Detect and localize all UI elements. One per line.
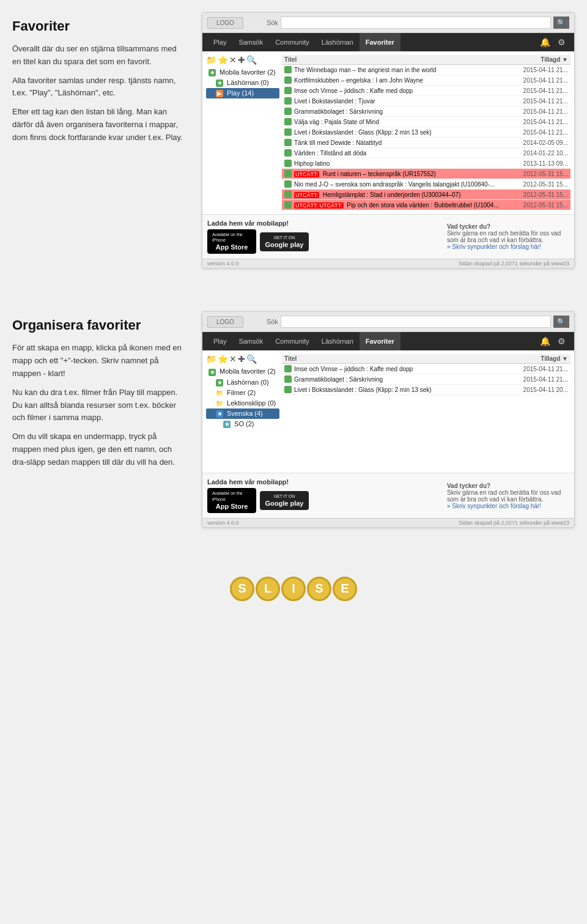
- org-para-1: För att skapa en mapp, klicka på ikonen …: [12, 342, 183, 380]
- list-row-1-9[interactable]: Världen : Tillstånd att döda 2014-01-22 …: [282, 148, 570, 158]
- toolbar-icon-star-2[interactable]: ⭐: [218, 354, 228, 364]
- list-row-1-7[interactable]: Livet i Bokstavslandet : Glass (Klipp: 2…: [282, 127, 570, 138]
- sidebar-filmer-2[interactable]: 📁 Filmer (2): [206, 388, 279, 398]
- nav-lashornan-1[interactable]: Läshörnan: [316, 33, 360, 51]
- logo-box-1: LOGO: [207, 17, 243, 29]
- icon-lektionsklipp-2: 📁: [216, 400, 223, 407]
- nav-lashornan-2[interactable]: Läshörnan: [316, 332, 360, 350]
- list-row-1-11[interactable]: UTCÄTT: Runt i naturen – teckenspråk (UR…: [282, 169, 570, 179]
- sidebar-so-2[interactable]: ★ SO (2): [206, 419, 279, 429]
- version-1: version 4.0.0: [207, 261, 239, 267]
- content-area-2: 📁 ⭐ ✕ ✚ 🔍 ★ Mobila favoriter (2) ★ Läshö…: [202, 350, 574, 473]
- nav-favoriter-1[interactable]: Favoriter: [360, 33, 401, 51]
- toolbar-icon-search-1[interactable]: 🔍: [246, 55, 257, 65]
- list-row-1-8[interactable]: Tänk till med Dewide : Nätattityd 2014-0…: [282, 138, 570, 148]
- row-icon: [284, 160, 292, 167]
- nav-samso-1[interactable]: Samsök: [232, 33, 269, 51]
- nav-favoriter-2[interactable]: Favoriter: [360, 332, 401, 350]
- nav-play-1[interactable]: Play: [207, 33, 232, 51]
- nav-samso-2[interactable]: Samsök: [232, 332, 269, 350]
- list-row-2-1[interactable]: Imse och Vimse – jiddisch : Kaffe med do…: [282, 364, 570, 374]
- row-icon: [284, 170, 292, 177]
- text-panel-favoriter: Favoriter Överallt där du ser en stjärna…: [12, 12, 190, 268]
- toolbar-icon-folder-1[interactable]: 📁: [206, 55, 216, 65]
- list-row-1-12[interactable]: Nio med J-O – svenska som andraspråk : V…: [282, 179, 570, 190]
- sidebar-1: 📁 ⭐ ✕ ✚ 🔍 ★ Mobila favoriter (2) ★ Läshö…: [206, 55, 279, 210]
- row-icon: [284, 191, 292, 198]
- appstore-small-2: Available on the iPhone: [212, 490, 251, 501]
- nav-community-2[interactable]: Community: [269, 332, 316, 350]
- icon-play: ▶: [216, 90, 223, 97]
- search-bar-1: Sök 🔍: [248, 17, 569, 29]
- list-row-1-13[interactable]: UTCÄTT: Hemligstämplat : Stad i underjor…: [282, 190, 570, 200]
- browser-footer-1: Ladda hem vår mobilapp! Available on the…: [202, 214, 574, 259]
- list-header-1: Titel Tillagd ▼: [282, 55, 570, 65]
- list-row-2-2[interactable]: Grammatikbolaget : Särskrivning 2015-04-…: [282, 374, 570, 385]
- list-row-1-6[interactable]: Välja väg : Pajala State of Mind 2015-04…: [282, 117, 570, 127]
- appstore-small-1: Available on the iPhone: [212, 232, 251, 243]
- appstore-badge-1[interactable]: Available on the iPhone App Store: [207, 229, 256, 254]
- list-header-2: Titel Tillagd ▼: [282, 354, 570, 364]
- toolbar-icon-star-1[interactable]: ⭐: [218, 55, 228, 65]
- footer-left-1: Ladda hem vår mobilapp! Available on the…: [207, 220, 309, 254]
- footer-right-title-1: Vad tycker du?: [447, 223, 490, 230]
- sidebar-svenska-2[interactable]: ★ Svenska (4): [206, 408, 279, 419]
- list-row-1-1[interactable]: The Winnebago man – the angriest man in …: [282, 65, 570, 75]
- toolbar-icon-x-2[interactable]: ✕: [229, 354, 237, 364]
- text-panel-organisera: Organisera favoriter För att skapa en ma…: [12, 311, 190, 527]
- logo-box-2: LOGO: [207, 316, 243, 328]
- para-3: Efter ett tag kan den listan bli lång. M…: [12, 106, 183, 144]
- created-1: Sidan skapad på 2,0271 sekunder på www23: [459, 261, 569, 267]
- list-row-1-2[interactable]: Kortfilmsklubben – engelska : I am John …: [282, 75, 570, 86]
- row-icon: [284, 139, 292, 146]
- search-button-1[interactable]: 🔍: [553, 17, 569, 29]
- toolbar-icon-plus-1[interactable]: ✚: [238, 55, 245, 65]
- row-icon: [284, 66, 292, 73]
- row-icon-2-2: [284, 375, 292, 383]
- list-row-1-10[interactable]: Hiphop latino 2013-11-13 09...: [282, 158, 570, 169]
- search-input-2[interactable]: [281, 316, 551, 328]
- googleplay-badge-1[interactable]: GET IT ON Google play: [260, 232, 309, 251]
- browser-topbar-2: LOGO Sök 🔍: [202, 312, 574, 332]
- icon-mobila-2: ★: [209, 369, 216, 376]
- googleplay-badge-2[interactable]: GET IT ON Google play: [260, 491, 309, 510]
- footer-right-link-1[interactable]: » Skriv synpunkter och förslag här!: [447, 243, 541, 250]
- toolbar-icon-x-1[interactable]: ✕: [229, 55, 237, 65]
- row-icon: [284, 97, 292, 105]
- sidebar-lashornan-2[interactable]: ★ Läshörnan (0): [206, 377, 279, 388]
- sidebar-toolbar-2: 📁 ⭐ ✕ ✚ 🔍: [206, 354, 279, 364]
- content-area-1: 📁 ⭐ ✕ ✚ 🔍 ★ Mobila favoriter (2) ★ Läshö…: [202, 51, 574, 214]
- gear-icon-2: ⚙: [554, 336, 569, 346]
- list-row-1-4[interactable]: Livet i Bokstavslandet : Tjuvar 2015-04-…: [282, 96, 570, 106]
- list-row-1-3[interactable]: Imse och Vimse – jiddisch : Kaffe med do…: [282, 86, 570, 96]
- slise-letter-s1: S: [230, 577, 254, 601]
- toolbar-icon-plus-2[interactable]: ✚: [238, 354, 245, 364]
- sidebar-item-mobila[interactable]: ★ Mobila favoriter (2): [206, 67, 279, 78]
- nav-play-2[interactable]: Play: [207, 332, 232, 350]
- list-row-1-5[interactable]: Grammatikbolaget : Särskrivning 2015-04-…: [282, 106, 570, 117]
- appstore-big-1: App Store: [216, 243, 248, 251]
- row-icon: [284, 128, 292, 136]
- org-para-3: Om du vill skapa en undermapp, tryck på …: [12, 431, 183, 468]
- para-2: Alla favoriter samlas under resp. tjänst…: [12, 75, 183, 100]
- sidebar-item-play[interactable]: ▶ Play (14): [206, 88, 279, 98]
- list-row-1-14[interactable]: UTCÄTT: UTCÄTT: Pip och den stora vida v…: [282, 200, 570, 210]
- toolbar-icon-search-2[interactable]: 🔍: [246, 354, 257, 364]
- main-list-2: Titel Tillagd ▼ Imse och Vimse – jiddisc…: [282, 354, 570, 469]
- search-button-2[interactable]: 🔍: [553, 316, 569, 328]
- toolbar-icon-folder-2[interactable]: 📁: [206, 354, 216, 364]
- search-input-1[interactable]: [281, 17, 551, 29]
- row-icon: [284, 201, 292, 209]
- nav-community-1[interactable]: Community: [269, 33, 316, 51]
- sidebar-mobila-2[interactable]: ★ Mobila favoriter (2): [206, 366, 279, 377]
- appstore-badge-2[interactable]: Available on the iPhone App Store: [207, 488, 256, 512]
- slise-letter-e: E: [333, 577, 357, 601]
- list-row-2-3[interactable]: Livet i Bokstavslandet : Glass (Klipp: 2…: [282, 385, 570, 395]
- sidebar-item-lashornan[interactable]: ★ Läshörnan (0): [206, 78, 279, 88]
- googleplay-big-1: Google play: [265, 240, 304, 249]
- footer-right-link-2[interactable]: » Skriv synpunkter och förslag här!: [447, 503, 541, 509]
- browser-topbar-1: LOGO Sök 🔍: [202, 13, 574, 33]
- row-icon-2-3: [284, 386, 292, 393]
- footer-right-title-2: Vad tycker du?: [447, 482, 490, 489]
- sidebar-lektionsklipp-2[interactable]: 📁 Lektionsklipp (0): [206, 398, 279, 408]
